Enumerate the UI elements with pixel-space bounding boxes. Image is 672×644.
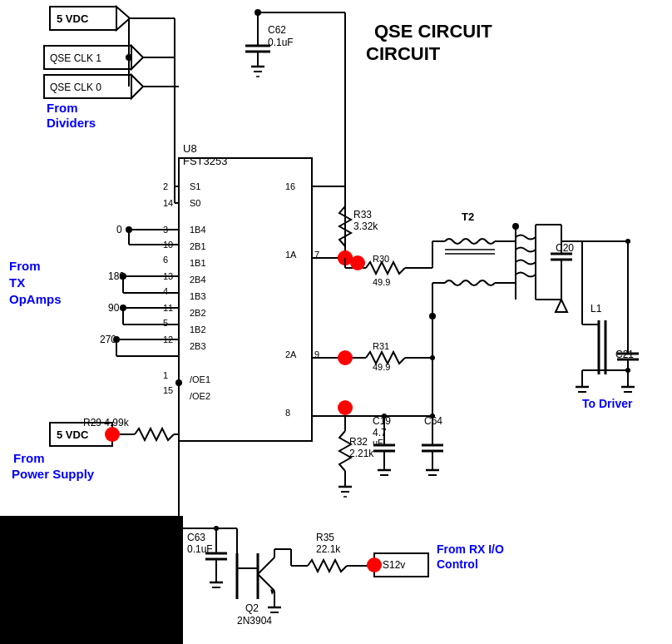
svg-marker-2: [131, 75, 143, 98]
t2-label: T2: [462, 211, 474, 223]
junction-l1-c21: [625, 368, 630, 373]
u8-label: U8: [183, 142, 197, 155]
r35-label: R35: [316, 532, 334, 543]
circuit-title: QSE CIRCUIT: [374, 21, 492, 42]
from-rx-label1: From RX I/O: [437, 542, 504, 556]
red-dot-s12v: [367, 557, 382, 572]
pin6-num: 6: [163, 255, 168, 265]
pin-1b3-label: 1B3: [190, 291, 206, 301]
t2-coil-2: [462, 239, 478, 244]
circuit-diagram: QSE CIRCUIT CIRCUIT 5 VDC QSE CLK 1 QSE …: [0, 0, 672, 644]
pin-s0-label: S0: [190, 198, 200, 208]
pin-1a-label: 1A: [285, 250, 297, 260]
t2-sec-coil-2: [516, 248, 536, 252]
pin-s1-label: S1: [190, 181, 200, 191]
val-0-label: 0: [116, 224, 122, 235]
r31-label: R31: [373, 341, 389, 351]
pin-oe1-label: /OE1: [190, 374, 210, 384]
pin-2b3-label: 2B3: [190, 341, 206, 351]
pin-1b2-label: 1B2: [190, 324, 206, 334]
l1-label: L1: [590, 303, 602, 315]
fst3253-label: FST3253: [183, 155, 227, 167]
r31-val-label: 49.9: [373, 362, 390, 372]
t2-sec-dot: [512, 223, 519, 230]
red-dot-3: [338, 350, 353, 365]
junction-5vdc-bus: [126, 54, 132, 61]
gnd-arrow-c20: [556, 300, 567, 312]
from-dividers-label: From: [47, 101, 78, 115]
pin4-num: 4: [163, 286, 168, 296]
to-driver-label: To Driver: [582, 397, 633, 410]
t2-coil-5: [462, 280, 478, 285]
c62-val-label: 0.1uF: [268, 37, 294, 48]
q2-collector: [258, 557, 274, 574]
junction-c21-top: [625, 239, 630, 244]
svg-marker-1: [131, 46, 143, 69]
c20-label: C20: [556, 242, 574, 254]
r33-label: R33: [353, 209, 372, 220]
r29-label: R29 4.99k: [83, 417, 130, 429]
pin-2a-label: 2A: [285, 349, 297, 359]
r29-resistor: [135, 429, 174, 440]
t2-sec-coil-4: [516, 273, 536, 277]
r33-val-label: 3.32k: [353, 220, 378, 232]
r32-val-label: 2.21k: [349, 448, 374, 459]
junction-top: [254, 9, 261, 16]
from-dividers-label2: Dividers: [47, 116, 96, 130]
q2-val-label: 2N3904: [237, 615, 272, 627]
r30-label: R30: [373, 254, 389, 264]
pin2-num: 2: [163, 181, 168, 191]
black-bg-bottom: [0, 516, 183, 644]
pin-16-label: 16: [285, 181, 295, 191]
pin1-num: 1: [163, 370, 168, 380]
t2-sec-coil-1: [516, 235, 536, 240]
r30-resistor: [366, 262, 405, 274]
red-dot-2: [350, 255, 365, 270]
vdc-5-bot-label: 5 VDC: [57, 429, 89, 441]
r35-val-label: 22.1k: [316, 543, 341, 555]
s12v-label: S12v: [383, 559, 405, 571]
from-tx-label3: OpAmps: [9, 292, 62, 306]
t2-coil-6: [478, 280, 495, 285]
from-rx-label2: Control: [437, 557, 478, 571]
junction-c19-top: [382, 414, 387, 419]
t2-coil-3: [478, 239, 495, 244]
junction-r31-mid: [430, 355, 435, 360]
svg-marker-0: [116, 7, 130, 30]
t2-coil-4: [445, 280, 462, 285]
from-ps-label2: Power Supply: [12, 467, 95, 481]
qse-clk0-label: QSE CLK 0: [50, 82, 101, 93]
pin-8-label: 8: [285, 408, 290, 418]
val-90-label: 90: [108, 302, 120, 314]
pin14-num: 14: [163, 198, 173, 208]
pin5-num: 5: [163, 318, 168, 328]
from-tx-label1: From: [9, 259, 41, 273]
c19-label: C19: [373, 415, 391, 427]
circuit-subtitle: CIRCUIT: [366, 43, 441, 64]
vdc-5-top-label: 5 VDC: [57, 12, 89, 25]
pin-2b1-label: 2B1: [190, 241, 206, 251]
pin-oe2-label: /OE2: [190, 391, 210, 401]
q2-label: Q2: [245, 602, 259, 614]
red-dot-4: [105, 427, 120, 442]
red-dot-5: [338, 400, 353, 415]
c63-label: C63: [187, 532, 205, 543]
from-tx-label2: TX: [9, 275, 25, 290]
pin15-num: 15: [163, 385, 173, 395]
r35-resistor: [308, 560, 347, 572]
pin-1b4-label: 1B4: [190, 225, 206, 235]
pin-2b4-label: 2B4: [190, 275, 206, 285]
r32-label: R32: [349, 436, 368, 448]
q2-emitter: [258, 574, 274, 591]
qse-clk1-label: QSE CLK 1: [50, 52, 101, 64]
r30-val-label: 49.9: [373, 277, 390, 287]
t2-sec-coil-3: [516, 260, 536, 265]
from-ps-label1: From: [13, 451, 45, 465]
pin-2b2-label: 2B2: [190, 308, 206, 318]
t2-coil-1: [445, 239, 462, 244]
c62-label: C62: [268, 24, 286, 36]
pin-1b1-label: 1B1: [190, 258, 206, 268]
